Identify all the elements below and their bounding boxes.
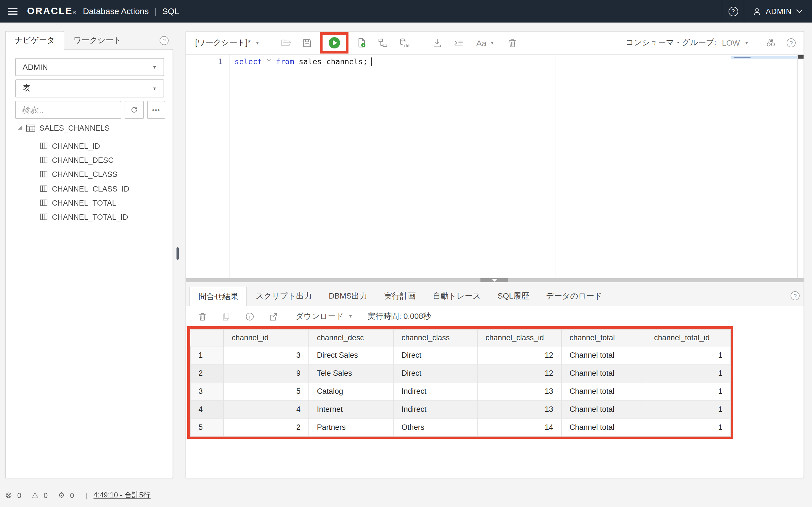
grid-cell[interactable]: Partners: [309, 418, 393, 436]
hamburger-menu-icon[interactable]: [0, 0, 22, 22]
grid-cell[interactable]: 14: [477, 418, 561, 436]
object-type-select[interactable]: 表 ▼: [15, 79, 164, 98]
expand-icon[interactable]: ◢: [18, 124, 22, 130]
search-input[interactable]: [15, 101, 121, 119]
grid-cell[interactable]: 1: [646, 400, 730, 418]
tab-query-result[interactable]: 問合せ結果: [190, 287, 247, 306]
row-number-cell[interactable]: 5: [190, 418, 223, 436]
tab-worksheet[interactable]: ワークシート: [64, 31, 131, 50]
grid-cell[interactable]: 1: [646, 346, 730, 364]
grid-header-cell[interactable]: channel_total_id: [646, 329, 730, 346]
tab-autotrace[interactable]: 自動トレース: [424, 287, 489, 306]
clear-editor-button[interactable]: [507, 38, 518, 48]
copy-results-button[interactable]: [221, 311, 231, 321]
grid-cell[interactable]: Direct Sales: [309, 346, 393, 364]
grid-cell[interactable]: 5: [223, 382, 309, 400]
download-results-button[interactable]: ダウンロード: [296, 311, 344, 321]
format-button[interactable]: [453, 37, 464, 48]
grid-cell[interactable]: 12: [477, 364, 561, 382]
grid-cell[interactable]: Channel total: [561, 346, 646, 364]
sql-editor[interactable]: 1 select * from sales_channels;: [186, 55, 804, 278]
grid-cell[interactable]: Indirect: [393, 400, 477, 418]
consumer-group-caret-icon[interactable]: ▼: [744, 40, 749, 45]
grid-header-cell[interactable]: channel_desc: [309, 329, 393, 346]
grid-header-cell[interactable]: channel_id: [223, 329, 309, 346]
row-number-cell[interactable]: 4: [190, 400, 223, 418]
grid-cell[interactable]: 13: [477, 382, 561, 400]
grid-cell[interactable]: Internet: [309, 400, 393, 418]
grid-cell[interactable]: Direct: [393, 364, 477, 382]
editor-scrollbar-thumb[interactable]: [798, 55, 804, 59]
grid-cell[interactable]: 1: [646, 364, 730, 382]
tab-explain-plan[interactable]: 実行計画: [376, 287, 424, 306]
tab-data-load[interactable]: データのロード: [538, 287, 611, 306]
open-in-new-button[interactable]: [268, 311, 278, 321]
help-button[interactable]: ?: [722, 0, 744, 22]
grid-cell[interactable]: 2: [223, 418, 309, 436]
grid-cell[interactable]: 3: [223, 346, 309, 364]
explain-plan-button[interactable]: [377, 37, 389, 48]
grid-row[interactable]: 2 9 Tele Sales Direct 12 Channel total 1: [190, 364, 730, 382]
run-script-button[interactable]: [356, 37, 367, 48]
grid-cell[interactable]: 13: [477, 400, 561, 418]
grid-cell[interactable]: Channel total: [561, 418, 646, 436]
font-size-button[interactable]: Aa: [476, 38, 487, 48]
splitter-collapse-handle[interactable]: [480, 278, 508, 282]
clear-results-button[interactable]: [197, 311, 207, 321]
run-statement-button[interactable]: [329, 37, 340, 48]
horizontal-splitter[interactable]: [186, 278, 804, 282]
grid-row[interactable]: 1 3 Direct Sales Direct 12 Channel total…: [190, 346, 730, 364]
result-summary-link[interactable]: 4:49:10 - 合計5行: [94, 490, 151, 500]
find-button[interactable]: [765, 37, 776, 48]
navigator-help-button[interactable]: ?: [160, 36, 168, 45]
grid-cell[interactable]: Others: [393, 418, 477, 436]
tree-node-column[interactable]: CHANNEL_DESC: [40, 154, 114, 166]
row-number-cell[interactable]: 3: [190, 382, 223, 400]
worksheet-help-button[interactable]: ?: [786, 38, 796, 47]
grid-cell[interactable]: 4: [223, 400, 309, 418]
font-size-caret-icon[interactable]: ▼: [490, 40, 495, 45]
open-file-button[interactable]: [281, 37, 292, 48]
grid-cell[interactable]: 9: [223, 364, 309, 382]
grid-cell[interactable]: Catalog: [309, 382, 393, 400]
tab-navigator[interactable]: ナビゲータ: [5, 31, 64, 50]
save-button[interactable]: [302, 38, 313, 48]
row-number-cell[interactable]: 2: [190, 364, 223, 382]
tab-dbms-output[interactable]: DBMS出力: [320, 287, 376, 306]
sql-statement[interactable]: select * from sales_channels;: [235, 57, 371, 66]
grid-cell[interactable]: Direct: [393, 346, 477, 364]
tab-sql-history[interactable]: SQL履歴: [489, 287, 538, 306]
grid-cell[interactable]: Tele Sales: [309, 364, 393, 382]
splitter-grip[interactable]: [176, 247, 179, 260]
grid-cell[interactable]: 1: [646, 382, 730, 400]
grid-row[interactable]: 5 2 Partners Others 14 Channel total 1: [190, 418, 730, 436]
grid-corner-cell[interactable]: [190, 329, 223, 346]
info-button[interactable]: [245, 311, 255, 321]
row-number-cell[interactable]: 1: [190, 346, 223, 364]
tab-script-output[interactable]: スクリプト出力: [247, 287, 320, 306]
worksheet-title[interactable]: [ワークシート]*: [195, 38, 251, 48]
grid-cell[interactable]: 1: [646, 418, 730, 436]
download-editor-button[interactable]: [432, 38, 443, 48]
grid-cell[interactable]: Channel total: [561, 364, 646, 382]
refresh-button[interactable]: [124, 101, 144, 119]
grid-header-cell[interactable]: channel_total: [561, 329, 646, 346]
grid-cell[interactable]: Channel total: [561, 400, 646, 418]
user-menu[interactable]: ADMIN: [744, 0, 812, 22]
vertical-splitter[interactable]: [175, 31, 186, 478]
tree-node-column[interactable]: CHANNEL_TOTAL: [40, 196, 116, 209]
grid-cell[interactable]: 12: [477, 346, 561, 364]
grid-header-cell[interactable]: channel_class: [393, 329, 477, 346]
results-help-button[interactable]: ?: [791, 291, 800, 300]
tree-node-column[interactable]: CHANNEL_ID: [40, 140, 100, 152]
grid-row[interactable]: 4 4 Internet Indirect 13 Channel total 1: [190, 400, 730, 418]
grid-header-cell[interactable]: channel_class_id: [477, 329, 561, 346]
consumer-group-value[interactable]: LOW: [722, 38, 740, 47]
tree-node-column[interactable]: CHANNEL_CLASS_ID: [40, 182, 130, 195]
grid-cell[interactable]: Indirect: [393, 382, 477, 400]
tree-node-column[interactable]: CHANNEL_CLASS: [40, 168, 117, 180]
worksheet-title-caret-icon[interactable]: ▼: [255, 40, 260, 45]
more-actions-button[interactable]: •••: [147, 101, 165, 119]
download-caret-icon[interactable]: ▼: [348, 314, 353, 319]
autotrace-button[interactable]: [399, 37, 410, 48]
